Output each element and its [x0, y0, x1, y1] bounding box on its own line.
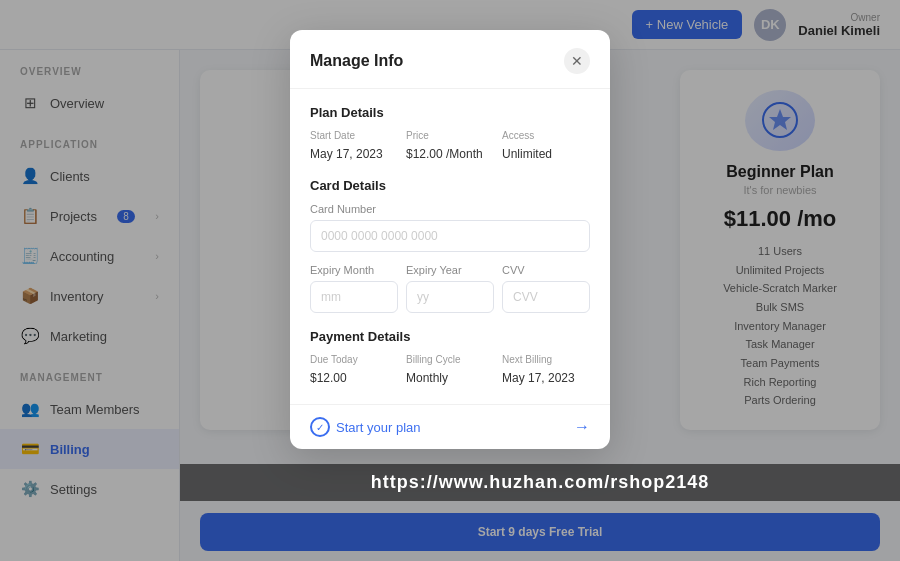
modal-footer: ✓ Start your plan →: [290, 404, 610, 449]
plan-details-grid: Start Date May 17, 2023 Price $12.00 /Mo…: [310, 130, 590, 162]
expiry-month-group: Expiry Month: [310, 264, 398, 313]
start-plan-link[interactable]: ✓ Start your plan: [310, 417, 421, 437]
billing-cycle-value: Monthly: [406, 371, 448, 385]
manage-info-modal: Manage Info ✕ Plan Details Start Date Ma…: [290, 30, 610, 449]
check-icon: ✓: [310, 417, 330, 437]
next-billing-value: May 17, 2023: [502, 371, 575, 385]
card-details-title: Card Details: [310, 178, 590, 193]
due-today-value: $12.00: [310, 371, 347, 385]
modal-close-button[interactable]: ✕: [564, 48, 590, 74]
billing-cycle-field: Billing Cycle Monthly: [406, 354, 494, 386]
expiry-year-label: Expiry Year: [406, 264, 494, 276]
start-plan-label: Start your plan: [336, 420, 421, 435]
next-billing-field: Next Billing May 17, 2023: [502, 354, 590, 386]
card-number-input[interactable]: [310, 220, 590, 252]
modal-title: Manage Info: [310, 52, 403, 70]
price-field: Price $12.00 /Month: [406, 130, 494, 162]
cvv-input[interactable]: [502, 281, 590, 313]
watermark: https://www.huzhan.com/rshop2148: [180, 464, 900, 501]
cvv-group: CVV: [502, 264, 590, 313]
due-today-field: Due Today $12.00: [310, 354, 398, 386]
cvv-label: CVV: [502, 264, 590, 276]
payment-details-title: Payment Details: [310, 329, 590, 344]
card-number-group: Card Number: [310, 203, 590, 252]
expiry-month-label: Expiry Month: [310, 264, 398, 276]
start-date-value: May 17, 2023: [310, 147, 383, 161]
footer-arrow-icon: →: [574, 418, 590, 436]
start-date-field: Start Date May 17, 2023: [310, 130, 398, 162]
price-value: $12.00 /Month: [406, 147, 483, 161]
price-label: Price: [406, 130, 494, 141]
next-billing-label: Next Billing: [502, 354, 590, 365]
expiry-year-group: Expiry Year: [406, 264, 494, 313]
expiry-month-input[interactable]: [310, 281, 398, 313]
due-today-label: Due Today: [310, 354, 398, 365]
access-field: Access Unlimited: [502, 130, 590, 162]
expiry-row: Expiry Month Expiry Year CVV: [310, 264, 590, 313]
plan-details-title: Plan Details: [310, 105, 590, 120]
modal-header: Manage Info ✕: [290, 30, 610, 89]
access-label: Access: [502, 130, 590, 141]
modal-body: Plan Details Start Date May 17, 2023 Pri…: [290, 89, 610, 404]
watermark-text: https://www.huzhan.com/rshop2148: [371, 472, 709, 492]
billing-cycle-label: Billing Cycle: [406, 354, 494, 365]
expiry-year-input[interactable]: [406, 281, 494, 313]
card-number-label: Card Number: [310, 203, 590, 215]
start-date-label: Start Date: [310, 130, 398, 141]
access-value: Unlimited: [502, 147, 552, 161]
payment-details-grid: Due Today $12.00 Billing Cycle Monthly N…: [310, 354, 590, 386]
